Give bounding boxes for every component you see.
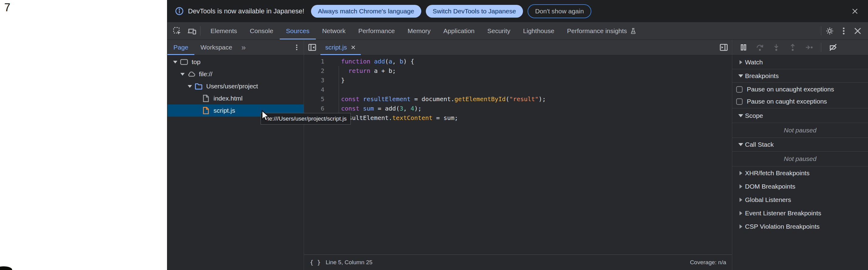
- section-label: Event Listener Breakpoints: [745, 210, 821, 217]
- section-breakpoints[interactable]: Breakpoints: [732, 69, 868, 83]
- tab-workspace[interactable]: Workspace: [194, 40, 239, 55]
- infobar-close-icon[interactable]: [851, 7, 859, 15]
- infobar: DevTools is now available in Japanese! A…: [167, 0, 868, 22]
- section-csp-violation-breakpoints[interactable]: CSP Violation Breakpoints: [732, 220, 868, 233]
- tree-item-label: script.js: [214, 107, 235, 114]
- devtools-close-icon[interactable]: [853, 26, 863, 36]
- editor-tab-label: script.js: [325, 44, 347, 51]
- deactivate-breakpoints-icon[interactable]: [829, 43, 838, 52]
- toolbar-divider: [200, 26, 200, 35]
- section-event-listener-breakpoints[interactable]: Event Listener Breakpoints: [732, 207, 868, 220]
- tab-page[interactable]: Page: [167, 40, 194, 55]
- pause-on-uncaught-exceptions-checkbox-row[interactable]: Pause on uncaught exceptions: [732, 83, 868, 95]
- tab-sources[interactable]: Sources: [280, 22, 316, 39]
- step-over-icon[interactable]: [755, 43, 765, 52]
- code-line: 3}: [304, 76, 732, 85]
- tree-item-users-user-project[interactable]: Users/user/project: [167, 80, 304, 92]
- tree-item-label: top: [192, 58, 200, 66]
- line-number[interactable]: 3: [304, 76, 333, 85]
- section-xhr-fetch-breakpoints[interactable]: XHR/fetch Breakpoints: [732, 167, 868, 180]
- step-out-icon[interactable]: [788, 43, 797, 52]
- tab-network[interactable]: Network: [316, 22, 352, 39]
- dont-show-again-button[interactable]: Don't show again: [528, 4, 591, 18]
- step-into-icon[interactable]: [772, 43, 781, 52]
- checkbox[interactable]: [736, 98, 743, 105]
- section-global-listeners[interactable]: Global Listeners: [732, 193, 868, 207]
- editor-pane: script.js 1function add(a, b) {2 return …: [304, 40, 732, 270]
- expand-arrow-icon[interactable]: [172, 61, 179, 63]
- frame-icon: [180, 57, 189, 66]
- infobar-message: DevTools is now available in Japanese!: [188, 7, 304, 15]
- line-number[interactable]: 6: [304, 104, 333, 113]
- tab-application[interactable]: Application: [437, 22, 481, 39]
- tab-close-icon[interactable]: [350, 44, 356, 50]
- line-number[interactable]: 5: [304, 94, 333, 104]
- expand-arrow-icon[interactable]: [179, 73, 186, 76]
- mouse-cursor-icon: [261, 110, 269, 122]
- debugger-sections: WatchBreakpointsPause on uncaught except…: [732, 55, 868, 270]
- editor-statusbar: { } Line 5, Column 25 Coverage: n/a: [304, 254, 732, 270]
- document-icon: [202, 94, 211, 103]
- settings-gear-icon[interactable]: [825, 26, 835, 36]
- tree-item-index-html[interactable]: index.html: [167, 92, 304, 104]
- tab-label: Lighthouse: [523, 27, 554, 35]
- inspect-icon[interactable]: [172, 26, 182, 36]
- section-call-stack[interactable]: Call Stack: [732, 138, 868, 152]
- code-editor[interactable]: 1function add(a, b) {2 return a + b;3}45…: [304, 55, 732, 254]
- cloud-icon: [187, 69, 196, 79]
- section-label: DOM Breakpoints: [745, 183, 796, 190]
- tab-label: Console: [250, 27, 273, 35]
- code-line: 4: [304, 85, 732, 94]
- expand-arrow-icon: [737, 211, 745, 215]
- line-number[interactable]: 1: [304, 57, 333, 66]
- section-watch[interactable]: Watch: [732, 55, 868, 69]
- tab-console[interactable]: Console: [244, 22, 280, 39]
- editor-tab-script-js[interactable]: script.js: [320, 40, 361, 55]
- section-label: Call Stack: [745, 141, 774, 148]
- tab-performance[interactable]: Performance: [352, 22, 401, 39]
- paused-status-label: Not paused: [732, 123, 868, 138]
- sources-panel: Page Workspace » topfile://Users/user/pr…: [167, 40, 868, 270]
- tab-label: Performance: [359, 27, 395, 35]
- more-tabs-icon[interactable]: »: [239, 43, 249, 52]
- device-toolbar-icon[interactable]: [187, 26, 196, 36]
- line-number[interactable]: 4: [304, 85, 333, 94]
- flask-icon: [629, 27, 637, 35]
- always-match-language-button[interactable]: Always match Chrome's language: [311, 5, 421, 18]
- pretty-print-icon[interactable]: { }: [310, 259, 321, 266]
- tab-elements[interactable]: Elements: [204, 22, 244, 39]
- expand-arrow-icon[interactable]: [186, 85, 193, 88]
- tree-item-top[interactable]: top: [167, 56, 304, 68]
- section-label: Breakpoints: [745, 72, 779, 80]
- switch-to-japanese-button[interactable]: Switch DevTools to Japanese: [426, 5, 523, 18]
- tab-performance-insights[interactable]: Performance insights: [561, 22, 643, 39]
- cursor-artifact: [0, 266, 12, 270]
- expand-arrow-icon: [737, 74, 745, 78]
- file-tree: topfile://Users/user/projectindex.htmlsc…: [167, 55, 304, 270]
- line-number[interactable]: 2: [304, 66, 333, 76]
- more-kebab-icon[interactable]: [839, 26, 848, 36]
- panel-left-toggle-icon[interactable]: [307, 42, 317, 52]
- step-icon[interactable]: [805, 43, 814, 52]
- coverage-label: Coverage: n/a: [690, 259, 726, 266]
- tab-memory[interactable]: Memory: [401, 22, 437, 39]
- panel-right-toggle-icon[interactable]: [719, 42, 728, 52]
- section-scope[interactable]: Scope: [732, 109, 868, 123]
- tree-item-file-[interactable]: file://: [167, 68, 304, 80]
- code-text: resultElement.textContent = sum;: [333, 113, 458, 123]
- tab-security[interactable]: Security: [481, 22, 517, 39]
- expand-arrow-icon: [737, 60, 745, 64]
- code-text: const sum = add(3, 4);: [333, 104, 422, 113]
- document-icon: [202, 106, 211, 115]
- folder-icon: [194, 82, 203, 91]
- panel-tabs: ElementsConsoleSourcesNetworkPerformance…: [204, 22, 643, 39]
- code-text: [333, 85, 341, 94]
- checkbox[interactable]: [736, 86, 743, 93]
- navigator-more-kebab-icon[interactable]: [293, 43, 301, 51]
- tab-lighthouse[interactable]: Lighthouse: [517, 22, 561, 39]
- section-dom-breakpoints[interactable]: DOM Breakpoints: [732, 180, 868, 193]
- code-line: 5const resultElement = document.getEleme…: [304, 94, 732, 104]
- pause-icon[interactable]: [739, 43, 748, 52]
- pause-on-caught-exceptions-checkbox-row[interactable]: Pause on caught exceptions: [732, 95, 868, 108]
- tab-label: Network: [322, 27, 346, 35]
